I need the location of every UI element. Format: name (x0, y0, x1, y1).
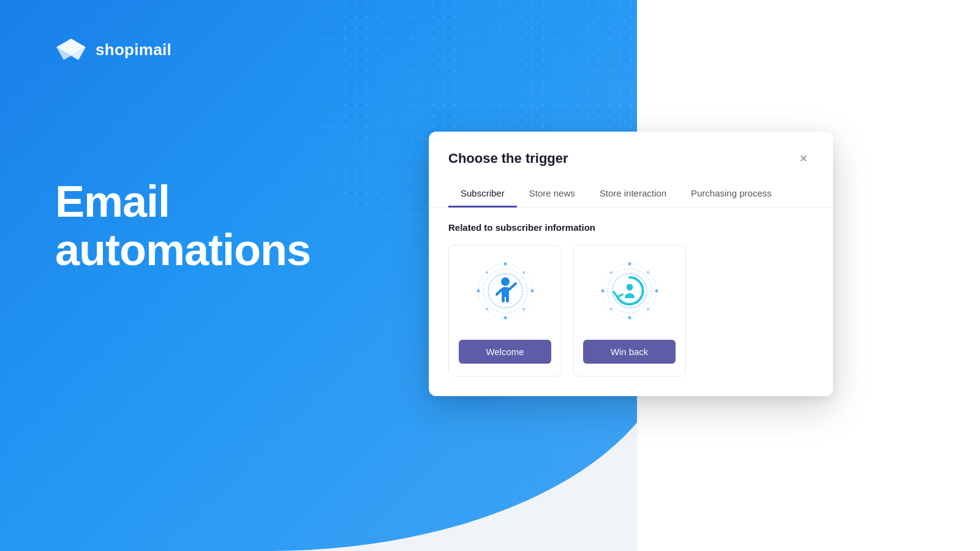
winback-button[interactable]: Win back (583, 340, 676, 364)
close-button[interactable]: × (794, 149, 813, 168)
welcome-icon-area (475, 260, 536, 321)
svg-point-12 (486, 308, 488, 310)
hero-text: Email automations (55, 178, 311, 274)
modal-title: Choose the trigger (448, 151, 568, 167)
tab-purchasing-process[interactable]: Purchasing process (679, 181, 784, 208)
svg-rect-16 (502, 295, 505, 302)
svg-point-22 (612, 274, 647, 308)
svg-point-14 (501, 277, 510, 286)
svg-point-27 (610, 271, 612, 274)
modal-header: Choose the trigger × (429, 132, 833, 168)
svg-point-7 (503, 317, 507, 320)
svg-rect-17 (506, 295, 509, 302)
svg-line-18 (509, 283, 516, 290)
modal-body: Related to subscriber information (429, 208, 833, 396)
svg-point-8 (477, 290, 480, 293)
svg-point-31 (626, 284, 633, 291)
welcome-button[interactable]: Welcome (459, 340, 551, 364)
tab-store-interaction[interactable]: Store interaction (587, 181, 679, 208)
brand-name: shopimail (96, 40, 172, 59)
tabs-container: Subscriber Store news Store interaction … (429, 181, 833, 208)
hero-heading: Email automations (55, 178, 311, 274)
svg-point-28 (647, 271, 649, 274)
svg-point-30 (647, 308, 649, 310)
svg-point-9 (530, 290, 533, 293)
logo-icon (55, 34, 87, 66)
winback-card[interactable]: Win back (573, 245, 686, 377)
winback-icon (599, 260, 660, 321)
trigger-modal: Choose the trigger × Subscriber Store ne… (429, 132, 833, 396)
welcome-card[interactable]: Welcome (448, 245, 562, 377)
svg-point-6 (503, 263, 507, 266)
svg-point-24 (628, 317, 631, 320)
section-title: Related to subscriber information (448, 222, 813, 233)
svg-point-29 (610, 308, 612, 310)
winback-icon-area (599, 260, 660, 321)
svg-point-23 (628, 263, 631, 266)
svg-point-10 (486, 271, 488, 274)
tab-store-news[interactable]: Store news (517, 181, 587, 208)
svg-point-13 (522, 308, 525, 310)
svg-point-25 (601, 290, 604, 293)
svg-line-19 (497, 290, 502, 294)
cards-grid: Welcome (448, 245, 813, 377)
welcome-icon (475, 260, 536, 321)
svg-point-21 (608, 269, 652, 313)
logo-area: shopimail (55, 34, 172, 66)
svg-point-11 (522, 271, 525, 274)
svg-point-26 (655, 290, 658, 293)
tab-subscriber[interactable]: Subscriber (448, 181, 517, 208)
